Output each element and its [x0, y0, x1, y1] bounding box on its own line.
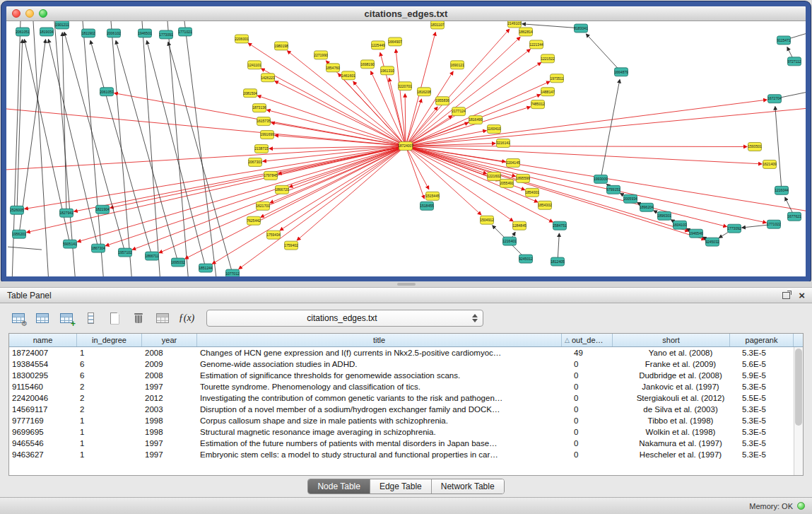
- panel-splitter[interactable]: [0, 281, 812, 287]
- close-panel-icon[interactable]: ×: [799, 292, 805, 299]
- table-cell-in_degree[interactable]: 2: [77, 394, 142, 402]
- graph-node[interactable]: 1812405: [551, 257, 565, 266]
- table-cell-out_de[interactable]: 0: [571, 405, 622, 414]
- graph-node[interactable]: 1771022: [767, 220, 781, 228]
- graph-node[interactable]: 2081504: [243, 89, 257, 98]
- graph-node[interactable]: 1221344: [529, 40, 543, 49]
- graph-node[interactable]: 1873136: [252, 104, 266, 112]
- graph-node[interactable]: 1901211: [55, 21, 69, 29]
- graph-node[interactable]: 1221602: [487, 172, 501, 180]
- import-table-icon[interactable]: +: [57, 309, 76, 327]
- graph-edge[interactable]: [110, 146, 406, 208]
- column-functions-icon[interactable]: ⚙: [8, 309, 28, 327]
- table-cell-title[interactable]: Disruption of a novel member of a sodium…: [197, 405, 571, 414]
- graph-node[interactable]: 1664879: [614, 68, 628, 76]
- graph-node[interactable]: 1854760: [326, 64, 340, 72]
- graph-node[interactable]: 1956201: [12, 230, 26, 238]
- table-cell-year[interactable]: 1997: [142, 450, 197, 459]
- table-cell-name[interactable]: 9777169: [9, 416, 77, 425]
- graph-edge[interactable]: [406, 146, 762, 164]
- vertical-scrollbar[interactable]: [794, 347, 803, 475]
- table-cell-year[interactable]: 1998: [142, 428, 197, 436]
- graph-edge[interactable]: [288, 51, 406, 146]
- table-cell-name[interactable]: 22420046: [9, 394, 77, 402]
- table-cell-title[interactable]: Estimation of the future numbers of pati…: [197, 439, 571, 448]
- table-cell-short[interactable]: Jankovic et al. (1997): [622, 382, 739, 391]
- graph-node[interactable]: 1698190: [360, 60, 375, 69]
- graph-edge[interactable]: [406, 63, 541, 146]
- graph-node[interactable]: 1672704: [767, 95, 782, 103]
- graph-edge[interactable]: [49, 40, 98, 248]
- graph-edge[interactable]: [406, 146, 688, 231]
- graph-node[interactable]: 1816499: [469, 116, 483, 124]
- graph-node[interactable]: 1797845: [264, 171, 278, 180]
- table-cell-name[interactable]: 9115460: [9, 382, 77, 391]
- tab-network-table[interactable]: Network Table: [432, 479, 504, 493]
- column-header-year[interactable]: year: [142, 334, 197, 346]
- table-cell-title[interactable]: Embryonic stem cells: a model to study s…: [197, 450, 571, 459]
- graph-node[interactable]: 1991699: [260, 131, 274, 139]
- graph-node[interactable]: 1946501: [138, 29, 152, 37]
- show-columns-icon[interactable]: [33, 309, 52, 327]
- graph-node[interactable]: 1816208: [417, 88, 431, 96]
- graph-edge[interactable]: [406, 146, 766, 223]
- graph-edge[interactable]: [406, 71, 453, 146]
- graph-node[interactable]: 1664907: [388, 37, 402, 46]
- rows-icon[interactable]: [81, 309, 100, 327]
- table-cell-year[interactable]: 2012: [142, 394, 197, 402]
- graph-node[interactable]: 1677621: [787, 212, 801, 221]
- network-graph[interactable]: 1872400722060011980198124110114262232081…: [6, 21, 806, 276]
- scrollbar-thumb[interactable]: [795, 349, 802, 426]
- graph-node[interactable]: 1284845: [512, 221, 526, 230]
- graph-node[interactable]: 1946546: [689, 229, 703, 238]
- graph-node[interactable]: 1819034: [40, 28, 54, 36]
- graph-edge[interactable]: [406, 146, 500, 181]
- graph-node[interactable]: 1604103: [673, 221, 687, 229]
- table-cell-in_degree[interactable]: 6: [77, 360, 142, 368]
- graph-node[interactable]: 1461601: [341, 71, 355, 80]
- graph-edge[interactable]: [406, 146, 726, 227]
- table-cell-title[interactable]: Structural magnetic resonance image aver…: [197, 428, 571, 436]
- graph-edge[interactable]: [406, 100, 767, 146]
- table-row[interactable]: 1872400712008Changes of HCN gene express…: [9, 347, 803, 358]
- table-cell-year[interactable]: 1997: [142, 382, 197, 391]
- function-builder-icon[interactable]: ƒ(x): [177, 309, 196, 327]
- graph-edge[interactable]: [78, 146, 406, 243]
- table-cell-name[interactable]: 19384554: [9, 360, 77, 368]
- graph-node[interactable]: 1773092: [727, 224, 741, 233]
- graph-node[interactable]: 1771021: [178, 28, 192, 36]
- table-cell-title[interactable]: Tourette syndrome. Phenomenology and cla…: [197, 382, 571, 391]
- graph-node[interactable]: 1504912: [480, 216, 494, 224]
- graph-node[interactable]: 1961310: [380, 66, 394, 75]
- graph-node[interactable]: 1160410: [487, 125, 500, 134]
- graph-node[interactable]: 1077012: [225, 269, 240, 276]
- graph-node[interactable]: 2526005: [10, 206, 24, 214]
- table-cell-name[interactable]: 9463627: [9, 450, 77, 459]
- table-row[interactable]: 911546021997Tourette syndrome. Phenomeno…: [9, 381, 803, 392]
- table-row[interactable]: 969969511998Structural magnetic resonanc…: [9, 426, 803, 438]
- table-cell-in_degree[interactable]: 2: [77, 405, 142, 414]
- graph-node[interactable]: 1955836: [435, 97, 449, 105]
- graph-edge[interactable]: [261, 146, 406, 218]
- graph-edge[interactable]: [601, 80, 620, 180]
- new-table-icon[interactable]: [105, 309, 124, 327]
- graph-node[interactable]: 1862814: [519, 28, 533, 36]
- graph-node[interactable]: 7625442: [247, 216, 261, 225]
- graph-node[interactable]: 1821904: [95, 205, 110, 214]
- delete-table-icon[interactable]: [129, 309, 148, 327]
- graph-node[interactable]: 1831107: [430, 21, 444, 29]
- graph-node[interactable]: 2138715: [254, 145, 269, 153]
- column-header-in_degree[interactable]: in_degree: [77, 334, 142, 346]
- column-header-short[interactable]: short: [613, 334, 730, 346]
- tab-edge-table[interactable]: Edge Table: [370, 479, 432, 493]
- table-selector-dropdown[interactable]: citations_edges.txt: [206, 310, 483, 327]
- table-cell-short[interactable]: Hescheler et al. (1997): [622, 450, 739, 459]
- column-header-title[interactable]: title: [197, 334, 562, 346]
- table-cell-name[interactable]: 18724007: [9, 349, 77, 357]
- graph-node[interactable]: 1615735: [257, 117, 271, 126]
- graph-edge[interactable]: [167, 21, 189, 276]
- close-window-button[interactable]: [12, 9, 20, 18]
- table-row[interactable]: 946554611997Estimation of the future num…: [9, 438, 803, 449]
- graph-node[interactable]: 2149103: [507, 21, 522, 28]
- column-header-out_de[interactable]: △out_de…: [562, 334, 613, 346]
